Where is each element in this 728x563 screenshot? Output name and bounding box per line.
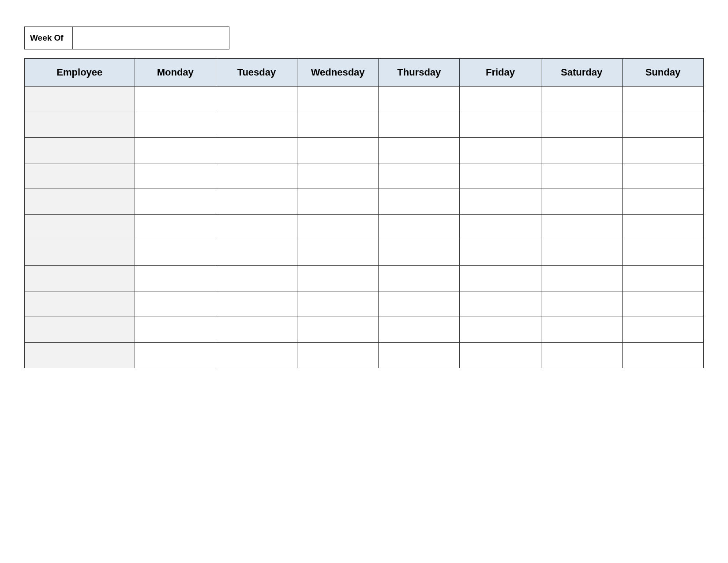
day-cell-thursday[interactable] bbox=[379, 240, 460, 266]
day-cell-wednesday[interactable] bbox=[297, 112, 379, 138]
week-of-input[interactable] bbox=[73, 26, 229, 49]
day-cell-wednesday[interactable] bbox=[297, 317, 379, 343]
employee-cell[interactable] bbox=[25, 240, 135, 266]
day-cell-monday[interactable] bbox=[135, 138, 216, 163]
day-cell-sunday[interactable] bbox=[622, 138, 703, 163]
day-cell-friday[interactable] bbox=[460, 189, 541, 215]
day-cell-sunday[interactable] bbox=[622, 240, 703, 266]
day-cell-saturday[interactable] bbox=[541, 240, 622, 266]
employee-cell[interactable] bbox=[25, 343, 135, 368]
employee-cell[interactable] bbox=[25, 87, 135, 112]
employee-cell[interactable] bbox=[25, 112, 135, 138]
day-cell-saturday[interactable] bbox=[541, 215, 622, 240]
col-header-wednesday: Wednesday bbox=[297, 59, 379, 87]
employee-cell[interactable] bbox=[25, 266, 135, 291]
employee-cell[interactable] bbox=[25, 317, 135, 343]
day-cell-friday[interactable] bbox=[460, 215, 541, 240]
day-cell-friday[interactable] bbox=[460, 138, 541, 163]
day-cell-monday[interactable] bbox=[135, 266, 216, 291]
day-cell-monday[interactable] bbox=[135, 317, 216, 343]
day-cell-friday[interactable] bbox=[460, 240, 541, 266]
day-cell-tuesday[interactable] bbox=[216, 112, 297, 138]
day-cell-saturday[interactable] bbox=[541, 87, 622, 112]
day-cell-sunday[interactable] bbox=[622, 87, 703, 112]
col-header-thursday: Thursday bbox=[379, 59, 460, 87]
day-cell-monday[interactable] bbox=[135, 215, 216, 240]
col-header-friday: Friday bbox=[460, 59, 541, 87]
employee-cell[interactable] bbox=[25, 215, 135, 240]
day-cell-wednesday[interactable] bbox=[297, 87, 379, 112]
week-of-container: Week Of bbox=[24, 26, 704, 49]
day-cell-wednesday[interactable] bbox=[297, 189, 379, 215]
day-cell-thursday[interactable] bbox=[379, 291, 460, 317]
employee-cell[interactable] bbox=[25, 291, 135, 317]
day-cell-tuesday[interactable] bbox=[216, 189, 297, 215]
employee-cell[interactable] bbox=[25, 138, 135, 163]
day-cell-sunday[interactable] bbox=[622, 343, 703, 368]
day-cell-sunday[interactable] bbox=[622, 215, 703, 240]
day-cell-wednesday[interactable] bbox=[297, 266, 379, 291]
day-cell-saturday[interactable] bbox=[541, 138, 622, 163]
table-row bbox=[25, 317, 704, 343]
day-cell-friday[interactable] bbox=[460, 112, 541, 138]
day-cell-wednesday[interactable] bbox=[297, 240, 379, 266]
day-cell-thursday[interactable] bbox=[379, 317, 460, 343]
day-cell-tuesday[interactable] bbox=[216, 343, 297, 368]
day-cell-sunday[interactable] bbox=[622, 189, 703, 215]
day-cell-monday[interactable] bbox=[135, 343, 216, 368]
day-cell-tuesday[interactable] bbox=[216, 215, 297, 240]
col-header-employee: Employee bbox=[25, 59, 135, 87]
day-cell-monday[interactable] bbox=[135, 163, 216, 189]
day-cell-wednesday[interactable] bbox=[297, 138, 379, 163]
day-cell-thursday[interactable] bbox=[379, 87, 460, 112]
day-cell-friday[interactable] bbox=[460, 266, 541, 291]
day-cell-tuesday[interactable] bbox=[216, 291, 297, 317]
day-cell-tuesday[interactable] bbox=[216, 317, 297, 343]
day-cell-sunday[interactable] bbox=[622, 163, 703, 189]
col-header-tuesday: Tuesday bbox=[216, 59, 297, 87]
day-cell-tuesday[interactable] bbox=[216, 138, 297, 163]
day-cell-thursday[interactable] bbox=[379, 343, 460, 368]
table-row bbox=[25, 343, 704, 368]
day-cell-saturday[interactable] bbox=[541, 163, 622, 189]
day-cell-sunday[interactable] bbox=[622, 291, 703, 317]
day-cell-saturday[interactable] bbox=[541, 343, 622, 368]
day-cell-friday[interactable] bbox=[460, 317, 541, 343]
day-cell-tuesday[interactable] bbox=[216, 163, 297, 189]
day-cell-thursday[interactable] bbox=[379, 112, 460, 138]
day-cell-saturday[interactable] bbox=[541, 189, 622, 215]
day-cell-thursday[interactable] bbox=[379, 189, 460, 215]
day-cell-friday[interactable] bbox=[460, 343, 541, 368]
table-row bbox=[25, 112, 704, 138]
day-cell-thursday[interactable] bbox=[379, 266, 460, 291]
day-cell-saturday[interactable] bbox=[541, 291, 622, 317]
day-cell-wednesday[interactable] bbox=[297, 215, 379, 240]
employee-cell[interactable] bbox=[25, 189, 135, 215]
day-cell-wednesday[interactable] bbox=[297, 163, 379, 189]
day-cell-friday[interactable] bbox=[460, 87, 541, 112]
day-cell-monday[interactable] bbox=[135, 240, 216, 266]
day-cell-wednesday[interactable] bbox=[297, 343, 379, 368]
day-cell-thursday[interactable] bbox=[379, 215, 460, 240]
day-cell-thursday[interactable] bbox=[379, 163, 460, 189]
day-cell-monday[interactable] bbox=[135, 189, 216, 215]
day-cell-sunday[interactable] bbox=[622, 317, 703, 343]
schedule-table: Employee Monday Tuesday Wednesday Thursd… bbox=[24, 58, 704, 368]
day-cell-saturday[interactable] bbox=[541, 266, 622, 291]
day-cell-tuesday[interactable] bbox=[216, 87, 297, 112]
col-header-saturday: Saturday bbox=[541, 59, 622, 87]
employee-cell[interactable] bbox=[25, 163, 135, 189]
day-cell-tuesday[interactable] bbox=[216, 240, 297, 266]
day-cell-sunday[interactable] bbox=[622, 266, 703, 291]
day-cell-wednesday[interactable] bbox=[297, 291, 379, 317]
day-cell-saturday[interactable] bbox=[541, 317, 622, 343]
day-cell-sunday[interactable] bbox=[622, 112, 703, 138]
day-cell-tuesday[interactable] bbox=[216, 266, 297, 291]
day-cell-monday[interactable] bbox=[135, 112, 216, 138]
day-cell-monday[interactable] bbox=[135, 291, 216, 317]
day-cell-friday[interactable] bbox=[460, 163, 541, 189]
day-cell-thursday[interactable] bbox=[379, 138, 460, 163]
day-cell-friday[interactable] bbox=[460, 291, 541, 317]
day-cell-saturday[interactable] bbox=[541, 112, 622, 138]
day-cell-monday[interactable] bbox=[135, 87, 216, 112]
